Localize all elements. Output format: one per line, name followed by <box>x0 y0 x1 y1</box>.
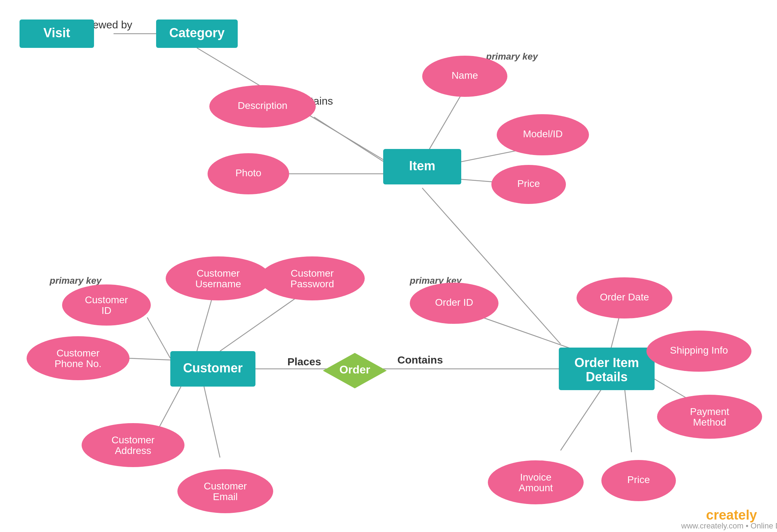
svg-text:Phone No.: Phone No. <box>55 358 101 369</box>
attr-customer-id-label: Customer <box>85 294 128 305</box>
contains-order-label: Contains <box>397 354 443 366</box>
svg-text:Details: Details <box>586 370 628 384</box>
svg-line-11 <box>128 358 170 360</box>
attr-shipping-info-label: Shipping Info <box>670 345 728 356</box>
svg-text:Amount: Amount <box>519 482 553 493</box>
attr-model-id-label: Model/ID <box>523 128 563 139</box>
attr-customer-email-label: Customer <box>204 481 247 492</box>
attr-price-order-label: Price <box>627 474 650 485</box>
svg-line-13 <box>204 387 220 458</box>
svg-text:Email: Email <box>213 491 238 502</box>
svg-text:Username: Username <box>195 278 241 289</box>
entity-visit-label: Visit <box>43 26 70 40</box>
attr-photo-label: Photo <box>235 167 261 178</box>
entity-customer-label: Customer <box>183 361 243 375</box>
diamond-order-label: Order <box>339 363 370 376</box>
attr-name-label: Name <box>452 70 478 81</box>
attr-price-item-label: Price <box>517 178 540 189</box>
svg-line-21 <box>624 387 632 452</box>
attr-invoice-amount-label: Invoice <box>520 472 552 483</box>
svg-line-8 <box>147 317 170 358</box>
svg-text:Address: Address <box>115 445 151 456</box>
creately-url: www.creately.com • Online Diagramming <box>681 521 777 530</box>
pk-label-item: primary key <box>486 51 539 62</box>
creately-brand: creately <box>706 508 757 522</box>
svg-line-3 <box>314 117 383 161</box>
attr-payment-method-label: Payment <box>690 406 729 417</box>
svg-text:ID: ID <box>101 305 111 316</box>
svg-line-16 <box>483 317 578 351</box>
attr-customer-address-label: Customer <box>111 434 154 445</box>
attr-customer-password-label: Customer <box>291 268 334 279</box>
entity-category-label: Category <box>169 26 225 40</box>
attr-order-date-label: Order Date <box>600 292 649 303</box>
svg-line-20 <box>561 387 603 450</box>
entity-order-item-details-label: Order Item <box>574 355 639 370</box>
attr-customer-username-label: Customer <box>197 268 239 279</box>
attr-description-label: Description <box>238 100 287 111</box>
pk-label-customer: primary key <box>49 275 102 286</box>
svg-text:Password: Password <box>291 278 334 289</box>
svg-text:Method: Method <box>693 417 726 428</box>
places-label: Places <box>287 356 321 367</box>
entity-item-label: Item <box>409 159 435 173</box>
attr-order-id-label: Order ID <box>435 297 473 308</box>
attr-customer-phone-label: Customer <box>56 348 99 359</box>
